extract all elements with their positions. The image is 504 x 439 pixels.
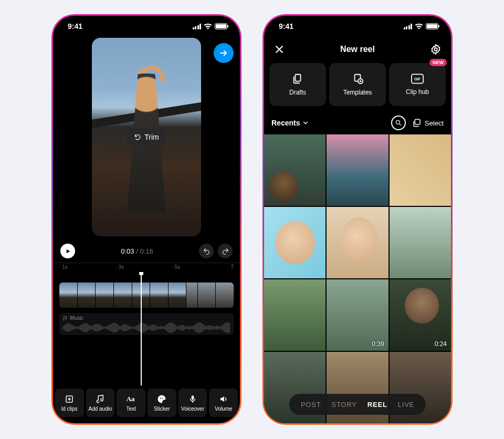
gallery-item[interactable] <box>264 279 326 351</box>
select-label: Select <box>425 119 444 127</box>
next-button[interactable] <box>214 43 234 63</box>
source-drafts[interactable]: Drafts <box>269 63 326 106</box>
tool-label: Voiceover <box>181 406 204 412</box>
time-current: 0:03 <box>121 247 134 255</box>
select-multiple-button[interactable]: Select <box>412 118 444 128</box>
clip-duration: 0:24 <box>435 340 447 348</box>
gallery-header: Recents Select <box>264 106 451 134</box>
search-icon <box>395 119 402 127</box>
gallery-item[interactable] <box>390 134 451 206</box>
gif-icon: GIF <box>411 74 424 84</box>
svg-point-4 <box>434 48 437 51</box>
gallery-item[interactable] <box>264 207 326 278</box>
clip-duration: 0:39 <box>372 340 384 348</box>
svg-rect-5 <box>295 75 300 81</box>
gallery-item[interactable]: 0:24 <box>390 279 451 351</box>
music-note-icon <box>96 394 105 404</box>
new-badge: NEW <box>429 59 447 66</box>
album-label: Recents <box>271 119 300 127</box>
ruler-mark: 5s <box>172 264 180 272</box>
source-templates[interactable]: Templates <box>329 63 386 106</box>
page-title: New reel <box>340 45 375 54</box>
playback-time: 0:03 / 0:16 <box>79 247 195 255</box>
close-button[interactable] <box>272 43 286 56</box>
video-preview[interactable]: Trim <box>58 38 235 236</box>
sticker-icon <box>157 394 166 404</box>
ruler-mark: 3s <box>116 264 124 272</box>
ruler-mark: 1s <box>59 264 68 272</box>
source-label: Drafts <box>289 89 306 96</box>
tool-text[interactable]: Aa Text <box>117 389 145 417</box>
undo-button[interactable] <box>199 244 214 258</box>
wifi-icon <box>204 23 212 29</box>
tool-label: ld clips <box>61 406 78 412</box>
add-clip-icon <box>65 394 74 404</box>
gear-icon <box>430 44 442 55</box>
status-icons <box>404 23 439 29</box>
undo-icon <box>134 133 141 141</box>
playback-controls: 0:03 / 0:16 <box>53 239 240 263</box>
svg-point-2 <box>162 398 163 399</box>
new-reel-screen: 9:41 New reel Drafts <box>264 16 451 423</box>
source-buttons: Drafts Templates NEW GIF Clip hub <box>264 61 451 106</box>
svg-point-10 <box>396 120 400 124</box>
source-clip-hub[interactable]: NEW GIF Clip hub <box>389 63 446 106</box>
mode-post[interactable]: POST <box>301 401 321 409</box>
cellular-icon <box>404 24 413 29</box>
gallery-item[interactable]: 0:39 <box>327 279 388 351</box>
drafts-icon <box>292 73 303 85</box>
wifi-icon <box>415 23 423 29</box>
settings-button[interactable] <box>429 43 443 56</box>
multi-select-icon <box>412 118 422 128</box>
ruler-mark: 7 <box>228 264 234 272</box>
editor-toolbar: ld clips Add audio Aa Text Sticker Voice… <box>53 385 240 423</box>
battery-icon <box>426 23 438 29</box>
gallery-item[interactable] <box>327 134 388 206</box>
svg-point-1 <box>160 398 161 399</box>
gallery-item[interactable] <box>327 207 388 278</box>
time-total: / 0:16 <box>136 247 153 255</box>
gallery-item[interactable] <box>264 134 326 206</box>
trim-button[interactable]: Trim <box>127 129 166 145</box>
tool-add-clips[interactable]: ld clips <box>55 389 84 417</box>
media-gallery: 0:39 0:24 POST STORY REEL LIVE <box>264 134 451 423</box>
phone-new-reel: 9:41 New reel Drafts <box>262 14 453 425</box>
tool-add-audio[interactable]: Add audio <box>86 389 115 417</box>
tool-label: Add audio <box>88 406 112 412</box>
tool-label: Sticker <box>154 406 170 412</box>
tool-voiceover[interactable]: Voiceover <box>178 389 207 417</box>
status-icons <box>193 23 228 29</box>
mode-live[interactable]: LIVE <box>398 401 414 409</box>
album-picker[interactable]: Recents <box>271 119 309 127</box>
timeline[interactable]: Music <box>53 272 240 385</box>
music-icon <box>62 316 68 321</box>
new-reel-header: New reel <box>264 38 451 61</box>
tool-label: Volume <box>215 406 232 412</box>
svg-rect-11 <box>415 119 420 124</box>
status-bar: 9:41 <box>264 16 451 37</box>
play-button[interactable] <box>60 244 75 258</box>
tool-label: Text <box>127 406 136 412</box>
text-icon: Aa <box>127 394 136 404</box>
mode-story[interactable]: STORY <box>332 401 357 409</box>
status-time: 9:41 <box>279 22 293 30</box>
search-gallery-button[interactable] <box>391 116 406 130</box>
volume-icon <box>219 394 228 404</box>
timeline-ruler: 1s 3s 5s 7 <box>53 263 240 272</box>
redo-button[interactable] <box>218 244 233 258</box>
tool-sticker[interactable]: Sticker <box>148 389 176 417</box>
mode-reel[interactable]: REEL <box>368 401 387 409</box>
battery-icon <box>215 23 227 29</box>
status-bar: 9:41 <box>53 16 240 37</box>
source-label: Clip hub <box>406 88 429 96</box>
playhead[interactable] <box>141 272 142 385</box>
chevron-down-icon <box>302 119 309 127</box>
tool-volume[interactable]: Volume <box>209 389 238 417</box>
source-label: Templates <box>343 89 372 96</box>
creation-mode-selector[interactable]: POST STORY REEL LIVE <box>289 394 426 415</box>
status-time: 9:41 <box>68 22 82 30</box>
close-icon <box>274 44 285 55</box>
gallery-item[interactable] <box>390 207 451 278</box>
audio-track[interactable]: Music <box>59 313 234 335</box>
video-track[interactable] <box>59 283 234 308</box>
